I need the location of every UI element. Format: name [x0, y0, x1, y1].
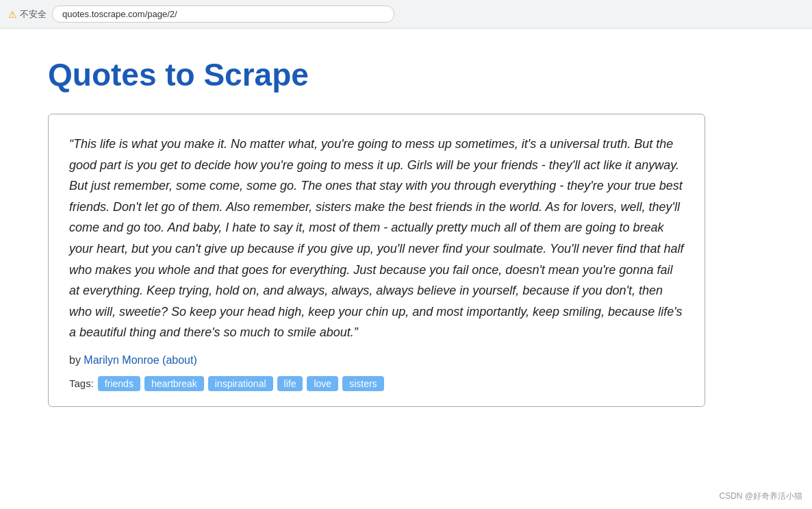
url-bar[interactable]: quotes.toscrape.com/page/2/ [52, 5, 394, 23]
watermark: CSDN @好奇养活小猫 [719, 491, 802, 502]
warning-text: 不安全 [20, 8, 47, 21]
tag-love[interactable]: love [307, 376, 338, 391]
tags-label: Tags: [69, 377, 94, 389]
page-title: Quotes to Scrape [48, 56, 764, 93]
warning-icon: ⚠ [8, 9, 17, 20]
quote-card: “This life is what you make it. No matte… [48, 114, 705, 407]
author-about-link[interactable]: (about) [162, 354, 197, 366]
tag-friends[interactable]: friends [98, 376, 140, 391]
quote-author-line: by Marilyn Monroe (about) [69, 354, 684, 367]
page-content: Quotes to Scrape “This life is what you … [0, 29, 812, 448]
tag-inspirational[interactable]: inspirational [208, 376, 273, 391]
tags-line: Tags: friendsheartbreakinspirationallife… [69, 376, 684, 391]
quote-text: “This life is what you make it. No matte… [69, 134, 684, 343]
tag-heartbreak[interactable]: heartbreak [144, 376, 204, 391]
browser-bar: ⚠ 不安全 quotes.toscrape.com/page/2/ [0, 0, 812, 29]
tag-life[interactable]: life [277, 376, 303, 391]
author-name-link[interactable]: Marilyn Monroe [84, 354, 159, 366]
tag-sisters[interactable]: sisters [342, 376, 383, 391]
author-prefix: by [69, 354, 84, 366]
security-warning: ⚠ 不安全 [8, 8, 47, 21]
